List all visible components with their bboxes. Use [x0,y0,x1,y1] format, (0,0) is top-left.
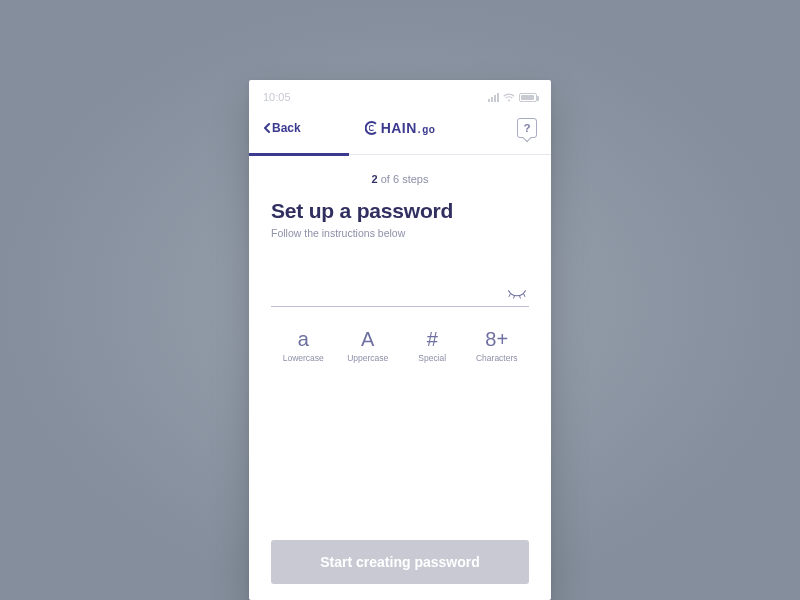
svg-line-1 [514,296,515,299]
app-logo: HAIN . go [365,120,436,136]
back-label: Back [272,121,301,135]
eye-closed-icon [507,288,527,300]
status-time: 10:05 [263,91,291,103]
req-lowercase: a Lowercase [271,329,336,363]
help-button[interactable]: ? [517,118,537,138]
svg-line-2 [520,296,521,299]
phone-frame: 10:05 Back HAIN . go ? 2 of 6 ste [249,80,551,600]
logo-main-text: HAIN [381,120,417,136]
progress-bar [249,154,551,155]
svg-line-3 [524,294,525,297]
signal-icon [488,93,499,102]
start-creating-password-button[interactable]: Start creating password [271,540,529,584]
svg-line-0 [509,294,510,297]
back-button[interactable]: Back [263,121,301,135]
status-indicators [488,93,537,102]
logo-suffix-text: go [422,124,435,135]
req-length: 8+ Characters [465,329,530,363]
wifi-icon [503,93,515,102]
status-bar: 10:05 [249,86,551,108]
password-requirements: a Lowercase A Uppercase # Special 8+ Cha… [271,329,529,363]
page-title: Set up a password [271,199,529,223]
req-special: # Special [400,329,465,363]
step-indicator: 2 of 6 steps [249,173,551,185]
req-uppercase: A Uppercase [336,329,401,363]
help-icon: ? [524,122,531,134]
toggle-visibility-button[interactable] [507,288,527,300]
progress-fill [249,153,349,156]
app-header: Back HAIN . go ? [249,112,551,144]
password-input[interactable] [271,281,501,306]
chevron-left-icon [263,123,270,133]
password-field-wrapper [271,281,529,307]
battery-icon [519,93,537,102]
page-subtitle: Follow the instructions below [271,227,529,239]
logo-c-icon [365,121,379,135]
